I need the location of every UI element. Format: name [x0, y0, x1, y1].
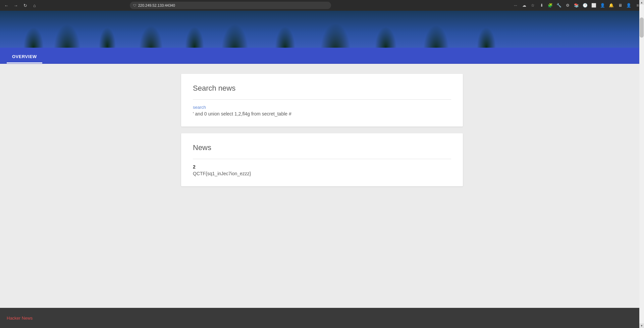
hacker-news-link[interactable]: Hacker News [7, 316, 33, 321]
search-card: Search news search ' and 0 union select … [181, 74, 463, 127]
browser-chrome: ← → ↻ ⌂ 🛡 220.249.52.133:44340 ··· ☁ ☆ ⬇… [0, 0, 644, 11]
search-card-title: Search news [193, 84, 451, 93]
monitor-icon[interactable]: 🖥 [616, 2, 624, 9]
notification-icon[interactable]: 🔔 [608, 2, 615, 9]
library-icon[interactable]: 📚 [573, 2, 580, 9]
scroll-up-arrow[interactable]: ▲ [639, 0, 644, 5]
scroll-down-arrow[interactable]: ▼ [639, 323, 644, 328]
extension1-icon[interactable]: ⬇ [538, 2, 545, 9]
site-header [0, 11, 644, 48]
container-icon[interactable]: ⬜ [590, 2, 598, 9]
site-footer: Hacker News [0, 308, 644, 328]
account-icon[interactable]: 👤 [599, 2, 606, 9]
settings-icon[interactable]: ⚙ [564, 2, 572, 9]
devtools-icon[interactable]: 🔧 [555, 2, 563, 9]
nav-item-overview[interactable]: OVERVIEW [7, 50, 42, 63]
main-content: Search news search ' and 0 union select … [0, 64, 644, 308]
scrollbar-track[interactable]: ▲ ▼ [639, 0, 644, 328]
security-icon: 🛡 [133, 4, 137, 7]
news-card-title: News [193, 143, 451, 152]
extension2-icon[interactable]: 🧩 [547, 2, 554, 9]
star-icon[interactable]: ☆ [529, 2, 537, 9]
address-bar[interactable]: 🛡 220.249.52.133:44340 [130, 2, 331, 9]
pocket-icon[interactable]: ☁ [521, 2, 528, 9]
scrollbar-thumb[interactable] [640, 17, 644, 38]
address-text: 220.249.52.133:44340 [138, 3, 175, 7]
search-link[interactable]: search [193, 105, 451, 110]
news-card-divider [193, 159, 451, 159]
news-card: News 2 QCTF{sq1_inJec7ion_ezzz} [181, 133, 463, 186]
forward-button[interactable]: → [12, 2, 19, 9]
search-query-text: ' and 0 union select 1,2,fl4g from secre… [193, 111, 451, 116]
reload-button[interactable]: ↻ [21, 2, 29, 9]
browser-toolbar: ··· ☁ ☆ ⬇ 🧩 🔧 ⚙ 📚 🕐 ⬜ 👤 🔔 🖥 👤 ≡ [512, 2, 641, 9]
back-button[interactable]: ← [3, 2, 10, 9]
profile-icon[interactable]: 👤 [625, 2, 633, 9]
site-nav: OVERVIEW [0, 48, 644, 64]
home-button[interactable]: ⌂ [31, 2, 38, 9]
news-flag: QCTF{sq1_inJec7ion_ezzz} [193, 171, 451, 176]
more-icon[interactable]: ··· [512, 2, 519, 9]
news-number: 2 [193, 164, 451, 170]
search-card-divider [193, 99, 451, 100]
history-icon[interactable]: 🕐 [582, 2, 589, 9]
